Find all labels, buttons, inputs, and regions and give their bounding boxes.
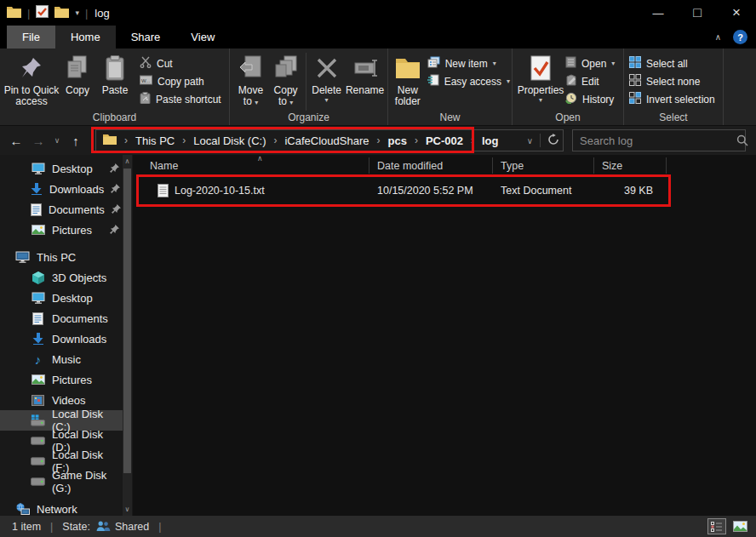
group-label-select: Select bbox=[624, 111, 723, 123]
tab-home[interactable]: Home bbox=[55, 26, 116, 49]
rename-button[interactable]: Rename bbox=[344, 51, 386, 96]
search-box[interactable] bbox=[572, 129, 746, 151]
minimize-button[interactable]: — bbox=[639, 0, 678, 26]
file-name: Log-2020-10-15.txt bbox=[175, 185, 265, 197]
sidebar-item-pictures[interactable]: Pictures bbox=[0, 369, 123, 390]
address-dropdown-icon[interactable]: ∨ bbox=[527, 136, 533, 146]
up-button[interactable]: ↑ bbox=[65, 134, 87, 148]
breadcrumb-this-pc[interactable]: This PC bbox=[135, 134, 175, 147]
paste-button[interactable]: Paste bbox=[95, 51, 135, 96]
properties-button[interactable]: Properties▾ bbox=[516, 51, 565, 105]
file-row-log-txt[interactable]: Log-2020-10-15.txt 10/15/2020 5:52 PM Te… bbox=[133, 177, 671, 204]
column-header-date-modified[interactable]: Date modified bbox=[377, 157, 443, 175]
delete-button[interactable]: Delete▾ bbox=[309, 51, 344, 105]
breadcrumb-log[interactable]: log bbox=[482, 134, 499, 147]
breadcrumb-pc-002[interactable]: PC-002 bbox=[426, 134, 463, 147]
sidebar-item-this-pc[interactable]: This PC bbox=[0, 247, 123, 267]
select-none-button[interactable]: Select none bbox=[629, 72, 715, 90]
drive-icon bbox=[31, 477, 45, 486]
breadcrumb-local-disk-c[interactable]: Local Disk (C:) bbox=[193, 134, 266, 147]
sidebar-item-documents-qa[interactable]: Documents bbox=[0, 199, 123, 220]
search-icon[interactable] bbox=[736, 134, 755, 146]
file-explorer-window: | ▾ | log — □ × File Home Share View ∧ ? bbox=[0, 0, 756, 537]
network-icon bbox=[15, 503, 30, 516]
status-bar: 1 item | State: Shared | bbox=[0, 516, 756, 537]
qat-new-folder-icon[interactable] bbox=[54, 6, 69, 20]
pin-icon[interactable] bbox=[111, 183, 120, 196]
refresh-icon[interactable] bbox=[547, 134, 559, 148]
sidebar-item-documents[interactable]: Documents bbox=[0, 308, 123, 328]
copy-path-button[interactable]: W... Copy path bbox=[140, 72, 221, 90]
pin-icon[interactable] bbox=[110, 224, 119, 237]
copy-to-dropdown-icon: ▾ bbox=[289, 99, 293, 106]
qat-properties-icon[interactable] bbox=[36, 5, 49, 20]
help-icon[interactable]: ? bbox=[733, 30, 747, 44]
maximize-button[interactable]: □ bbox=[678, 0, 717, 26]
file-size: 39 KB bbox=[593, 185, 653, 197]
collapse-ribbon-icon[interactable]: ∧ bbox=[715, 32, 721, 42]
easy-access-button[interactable]: Easy access ▾ bbox=[427, 72, 510, 90]
sidebar-item-downloads-qa[interactable]: Downloads bbox=[0, 179, 123, 199]
column-header-type[interactable]: Type bbox=[501, 157, 524, 175]
edit-button[interactable]: Edit bbox=[565, 72, 615, 90]
local-disk-c-icon bbox=[31, 414, 45, 426]
qat-divider: | bbox=[27, 7, 30, 20]
tab-share[interactable]: Share bbox=[116, 26, 176, 49]
history-button[interactable]: History bbox=[565, 90, 615, 108]
sidebar-item-music[interactable]: ♪ Music bbox=[0, 349, 123, 369]
column-header-name[interactable]: Name bbox=[150, 157, 178, 175]
window-title: log bbox=[94, 7, 109, 20]
sidebar-item-game-disk-g[interactable]: Game Disk (G:) bbox=[0, 471, 123, 492]
scrollbar-thumb[interactable] bbox=[123, 169, 131, 473]
pin-icon[interactable] bbox=[112, 203, 121, 216]
3d-objects-icon bbox=[31, 271, 45, 284]
properties-dropdown-icon: ▾ bbox=[518, 96, 564, 105]
pictures-icon bbox=[31, 374, 45, 385]
sidebar-item-pictures-qa[interactable]: Pictures bbox=[0, 220, 123, 240]
invert-selection-button[interactable]: Invert selection bbox=[629, 90, 715, 108]
new-item-dropdown-icon: ▾ bbox=[493, 60, 496, 68]
sidebar-item-desktop-qa[interactable]: Desktop bbox=[0, 158, 123, 179]
scroll-up-icon[interactable]: ∧ bbox=[123, 157, 132, 165]
search-input[interactable] bbox=[573, 134, 736, 147]
sidebar-item-downloads[interactable]: Downloads bbox=[0, 328, 123, 349]
back-button[interactable]: ← bbox=[5, 134, 27, 148]
pin-icon[interactable] bbox=[110, 163, 119, 175]
drive-icon bbox=[31, 457, 45, 466]
paste-icon bbox=[105, 53, 125, 83]
forward-button[interactable]: → bbox=[27, 134, 49, 148]
move-to-button[interactable]: Move to ▾ bbox=[233, 51, 268, 107]
file-date-modified: 10/15/2020 5:52 PM bbox=[377, 185, 473, 197]
cut-button[interactable]: Cut bbox=[140, 54, 221, 72]
new-item-button[interactable]: New item ▾ bbox=[427, 54, 510, 72]
open-button[interactable]: Open ▾ bbox=[565, 54, 615, 72]
new-folder-button[interactable]: New folder bbox=[392, 51, 424, 107]
large-icons-view-button[interactable] bbox=[730, 518, 749, 534]
shared-people-icon bbox=[96, 521, 111, 532]
state-label: State: bbox=[62, 521, 90, 533]
pin-icon bbox=[20, 53, 43, 83]
sidebar-item-desktop[interactable]: Desktop bbox=[0, 288, 123, 308]
pin-to-quick-access-button[interactable]: Pin to Quick access bbox=[3, 51, 60, 107]
copy-path-icon: W... bbox=[140, 75, 152, 88]
address-bar[interactable]: › This PC › Local Disk (C:) › iCafeCloud… bbox=[95, 129, 564, 151]
qat-customize-chevron-icon[interactable]: ▾ bbox=[75, 9, 79, 17]
copy-button[interactable]: Copy bbox=[60, 51, 95, 96]
scroll-down-icon[interactable]: ∨ bbox=[123, 506, 132, 513]
tab-file[interactable]: File bbox=[7, 26, 55, 49]
address-folder-icon bbox=[103, 134, 117, 147]
details-view-button[interactable] bbox=[707, 518, 726, 534]
breadcrumb-pcs[interactable]: pcs bbox=[388, 134, 407, 147]
copy-to-button[interactable]: Copy to ▾ bbox=[268, 51, 303, 107]
breadcrumb-icafecloudshare[interactable]: iCafeCloudShare bbox=[284, 134, 369, 147]
sidebar-scrollbar[interactable]: ∧ ∨ bbox=[123, 155, 132, 516]
open-icon bbox=[565, 56, 576, 71]
recent-locations-chevron-icon[interactable]: ∨ bbox=[49, 136, 65, 145]
close-button[interactable]: × bbox=[717, 0, 756, 26]
paste-shortcut-button[interactable]: Paste shortcut bbox=[140, 90, 221, 108]
sidebar-item-3d-objects[interactable]: 3D Objects bbox=[0, 267, 123, 288]
breadcrumb: › This PC › Local Disk (C:) › iCafeCloud… bbox=[96, 134, 498, 147]
column-header-size[interactable]: Size bbox=[602, 157, 622, 175]
tab-view[interactable]: View bbox=[175, 26, 230, 49]
select-all-button[interactable]: Select all bbox=[629, 54, 715, 72]
